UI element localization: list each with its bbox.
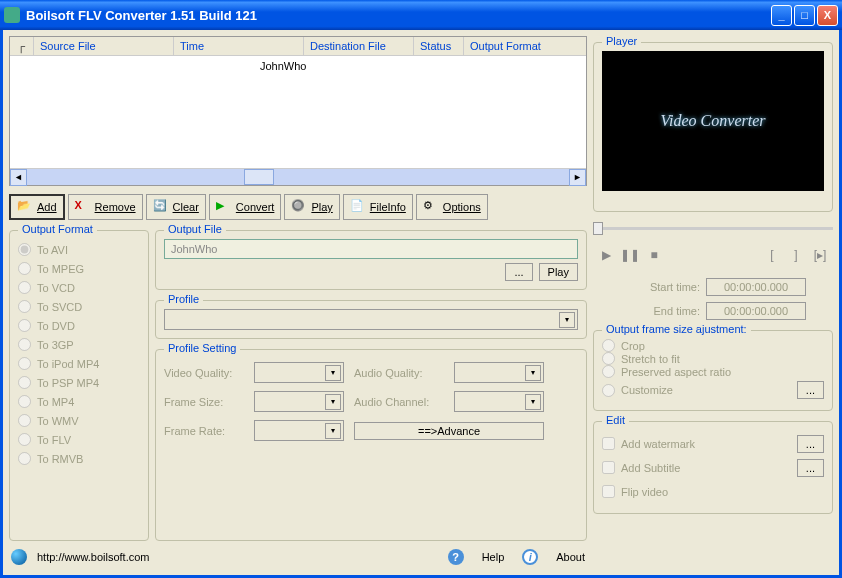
format-mp4[interactable]: To MP4	[18, 395, 140, 408]
chevron-down-icon: ▾	[325, 423, 341, 439]
frame-size-combo[interactable]: ▾	[254, 391, 344, 412]
mark-end-button[interactable]: ]	[787, 246, 805, 264]
column-format[interactable]: Output Format	[464, 37, 586, 55]
close-button[interactable]: X	[817, 5, 838, 26]
player-logo-text: Video Converter	[660, 112, 765, 130]
player-video-area[interactable]: Video Converter	[602, 51, 824, 191]
fileinfo-button[interactable]: 📄FileInfo	[343, 194, 413, 220]
scroll-thumb[interactable]	[244, 169, 274, 185]
app-icon	[4, 7, 20, 23]
x-icon: X	[75, 199, 91, 215]
audio-quality-combo[interactable]: ▾	[454, 362, 544, 383]
window-title: Boilsoft FLV Converter 1.51 Build 121	[26, 8, 771, 23]
crop-radio[interactable]: Crop	[602, 339, 824, 352]
frame-size-label: Frame Size:	[164, 396, 244, 408]
browse-output-button[interactable]: ...	[505, 263, 532, 281]
horizontal-scrollbar[interactable]: ◄ ►	[10, 168, 586, 185]
globe-icon	[11, 549, 27, 565]
profile-setting-group: Profile Setting Video Quality: ▾ Audio Q…	[155, 349, 587, 541]
remove-button[interactable]: XRemove	[68, 194, 143, 220]
customize-button[interactable]: ...	[797, 381, 824, 399]
convert-button[interactable]: ▶Convert	[209, 194, 282, 220]
media-play-icon: 🔘	[291, 199, 307, 215]
subtitle-button[interactable]: ...	[797, 459, 824, 477]
info-icon: i	[522, 549, 538, 565]
play-button[interactable]: 🔘Play	[284, 194, 339, 220]
mark-start-button[interactable]: [	[763, 246, 781, 264]
audio-channel-combo[interactable]: ▾	[454, 391, 544, 412]
format-mpeg[interactable]: To MPEG	[18, 262, 140, 275]
column-checkbox[interactable]: ┌	[10, 37, 34, 55]
column-dest[interactable]: Destination File	[304, 37, 414, 55]
maximize-button[interactable]: □	[794, 5, 815, 26]
format-wmv[interactable]: To WMV	[18, 414, 140, 427]
start-time-value[interactable]: 00:00:00.000	[706, 278, 806, 296]
about-link[interactable]: About	[556, 551, 585, 563]
output-format-title: Output Format	[18, 223, 97, 235]
file-table[interactable]: ┌ Source File Time Destination File Stat…	[9, 36, 587, 186]
format-3gp[interactable]: To 3GP	[18, 338, 140, 351]
output-format-list: To AVI To MPEG To VCD To SVCD To DVD To …	[18, 243, 140, 465]
subtitle-checkbox[interactable]: Add Subtitle	[602, 461, 680, 474]
play-icon: ▶	[216, 199, 232, 215]
format-svcd[interactable]: To SVCD	[18, 300, 140, 313]
video-quality-label: Video Quality:	[164, 367, 244, 379]
column-source[interactable]: Source File	[34, 37, 174, 55]
column-time[interactable]: Time	[174, 37, 304, 55]
format-vcd[interactable]: To VCD	[18, 281, 140, 294]
customize-radio[interactable]: Customize	[602, 384, 673, 397]
gear-icon: ⚙	[423, 199, 439, 215]
player-seek-slider[interactable]	[593, 218, 833, 238]
refresh-icon: 🔄	[153, 199, 169, 215]
format-dvd[interactable]: To DVD	[18, 319, 140, 332]
column-status[interactable]: Status	[414, 37, 464, 55]
scroll-track[interactable]	[27, 169, 569, 185]
document-icon: 📄	[350, 199, 366, 215]
folder-open-icon: 📂	[17, 199, 33, 215]
website-link[interactable]: http://www.boilsoft.com	[37, 551, 150, 563]
video-quality-combo[interactable]: ▾	[254, 362, 344, 383]
end-time-value[interactable]: 00:00:00.000	[706, 302, 806, 320]
chevron-down-icon: ▾	[525, 365, 541, 381]
player-title: Player	[602, 35, 641, 47]
player-play-button[interactable]: ▶	[597, 246, 615, 264]
options-button[interactable]: ⚙Options	[416, 194, 488, 220]
minimize-button[interactable]: _	[771, 5, 792, 26]
table-body[interactable]: JohnWho	[10, 56, 586, 168]
profile-combo[interactable]: ▾	[164, 309, 578, 330]
output-format-group: Output Format To AVI To MPEG To VCD To S…	[9, 230, 149, 541]
scroll-left-button[interactable]: ◄	[10, 169, 27, 186]
output-file-input[interactable]	[164, 239, 578, 259]
preserve-radio[interactable]: Preserved aspect ratio	[602, 365, 824, 378]
play-output-button[interactable]: Play	[539, 263, 578, 281]
clear-button[interactable]: 🔄Clear	[146, 194, 206, 220]
profile-title: Profile	[164, 293, 203, 305]
footer: http://www.boilsoft.com ? Help i About	[9, 545, 587, 569]
profile-group: Profile ▾	[155, 300, 587, 339]
advance-button[interactable]: ==>Advance	[354, 422, 544, 440]
player-stop-button[interactable]: ■	[645, 246, 663, 264]
audio-channel-label: Audio Channel:	[354, 396, 444, 408]
format-rmvb[interactable]: To RMVB	[18, 452, 140, 465]
frame-adjust-title: Output frame size ajustment:	[602, 323, 751, 335]
watermark-button[interactable]: ...	[797, 435, 824, 453]
add-button[interactable]: 📂Add	[9, 194, 65, 220]
scroll-right-button[interactable]: ►	[569, 169, 586, 186]
format-avi[interactable]: To AVI	[18, 243, 140, 256]
mark-range-button[interactable]: [▸]	[811, 246, 829, 264]
format-ipod[interactable]: To iPod MP4	[18, 357, 140, 370]
player-pause-button[interactable]: ❚❚	[621, 246, 639, 264]
watermark-checkbox[interactable]: Add watermark	[602, 437, 695, 450]
help-link[interactable]: Help	[482, 551, 505, 563]
format-flv[interactable]: To FLV	[18, 433, 140, 446]
chevron-down-icon: ▾	[559, 312, 575, 328]
toolbar: 📂Add XRemove 🔄Clear ▶Convert 🔘Play 📄File…	[9, 194, 587, 220]
frame-rate-combo[interactable]: ▾	[254, 420, 344, 441]
stretch-radio[interactable]: Stretch to fit	[602, 352, 824, 365]
format-psp[interactable]: To PSP MP4	[18, 376, 140, 389]
flip-checkbox[interactable]: Flip video	[602, 485, 668, 498]
end-time-label: End time:	[620, 305, 700, 317]
chevron-down-icon: ▾	[325, 365, 341, 381]
seek-thumb[interactable]	[593, 222, 603, 235]
output-file-title: Output File	[164, 223, 226, 235]
